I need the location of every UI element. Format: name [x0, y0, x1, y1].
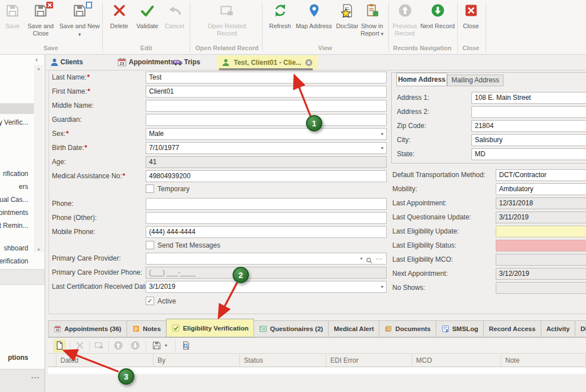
- column-header-edi-error[interactable]: EDI Error: [326, 354, 412, 367]
- column-header-status[interactable]: Status: [240, 354, 326, 367]
- tab-activity[interactable]: Activity: [541, 320, 576, 337]
- tab-appointments[interactable]: Appointments: [129, 58, 174, 66]
- preview-page-icon: [181, 341, 191, 350]
- sex-dropdown[interactable]: Male▾: [146, 128, 387, 140]
- guardian-input[interactable]: [146, 114, 387, 126]
- save-record-button[interactable]: [150, 340, 163, 353]
- delete-button[interactable]: Delete: [105, 3, 133, 30]
- ribbon-group-open-related-record-label: Open Related Record: [190, 45, 264, 51]
- sidebar-selected-item[interactable]: [0, 103, 34, 114]
- move-up-button[interactable]: [112, 340, 125, 353]
- tab-notes[interactable]: Notes: [126, 320, 167, 337]
- sidebar-item[interactable]: idual Cas...: [0, 196, 28, 204]
- tab-home-address[interactable]: Home Address: [396, 73, 447, 86]
- send-text-messages-checkbox[interactable]: [146, 241, 154, 249]
- search-icon[interactable]: [366, 255, 373, 265]
- tab-eligibility-verification[interactable]: Eligibility Verification: [166, 319, 254, 337]
- open-record-button[interactable]: [93, 340, 106, 353]
- next-record-button[interactable]: Next Record: [419, 3, 456, 30]
- mobile-phone-input[interactable]: (444) 444-4444: [146, 226, 387, 238]
- temporary-checkbox[interactable]: [146, 184, 154, 193]
- scroll-down-icon[interactable]: ▼: [34, 248, 43, 252]
- last-name-input[interactable]: Test: [146, 72, 387, 83]
- close-button[interactable]: Close: [458, 3, 483, 30]
- default-transportation-method-input[interactable]: DCT/Contractor: [496, 169, 586, 181]
- birth-date-dropdown[interactable]: 7/10/1977▾: [146, 142, 387, 154]
- tab-trips[interactable]: Trips: [184, 58, 200, 66]
- docstar-button[interactable]: DocStar: [334, 3, 360, 30]
- new-record-button[interactable]: [53, 340, 66, 353]
- save-options-caret-icon[interactable]: ▾: [165, 343, 167, 348]
- sidebar-item[interactable]: ent Remin...: [0, 222, 28, 230]
- tab-questionaires[interactable]: Questionaires (2): [253, 320, 329, 337]
- state-input[interactable]: MD: [471, 148, 586, 160]
- dropdown-caret-icon[interactable]: ▾: [381, 143, 383, 153]
- dropdown-caret-icon[interactable]: ▾: [381, 129, 383, 139]
- save-and-new-button[interactable]: Save and New ▾: [59, 3, 100, 38]
- scroll-up-icon[interactable]: ▲: [34, 67, 43, 71]
- dropdown-caret-icon[interactable]: ▾: [360, 253, 362, 264]
- column-header-mco[interactable]: MCO: [412, 354, 501, 367]
- show-in-report-dropdown-icon[interactable]: ▾: [381, 31, 384, 37]
- state-label: State:: [397, 148, 414, 160]
- save-and-new-dropdown-icon[interactable]: ▾: [78, 32, 81, 37]
- tab-directions[interactable]: Directions: [575, 320, 586, 337]
- save-button[interactable]: Save: [1, 3, 24, 30]
- open-related-record-button[interactable]: Open Related Record: [199, 3, 255, 37]
- column-header-by[interactable]: By: [154, 354, 240, 367]
- tab-mailing-address[interactable]: Mailing Address: [447, 74, 504, 86]
- cancel-button[interactable]: Cancel: [161, 3, 187, 30]
- phone-other-input[interactable]: [146, 212, 387, 224]
- active-checkbox[interactable]: ✓: [146, 297, 154, 305]
- dropdown-caret-icon[interactable]: ▾: [381, 281, 383, 292]
- sidebar-item[interactable]: lity Verific...: [0, 118, 28, 126]
- sidebar-collapse-chevron-icon[interactable]: ‹: [32, 55, 42, 64]
- city-input[interactable]: Salisbury: [471, 134, 586, 146]
- map-address-button-label: Map Address: [295, 23, 333, 30]
- tab-medical-alert[interactable]: Medical Alert: [328, 320, 379, 337]
- save-and-close-button[interactable]: Save and Close: [24, 3, 58, 37]
- down-circle-icon: [130, 341, 140, 350]
- tab-active-client-record-label: Test, Client01 - Clie...: [234, 59, 301, 67]
- validate-button[interactable]: Validate: [132, 3, 163, 30]
- sidebar-item[interactable]: shboard: [0, 244, 28, 252]
- lookup-ellipsis-button[interactable]: …: [375, 253, 383, 262]
- map-address-button[interactable]: Map Address: [295, 3, 333, 30]
- address2-input[interactable]: [471, 106, 586, 118]
- last-certification-received-date-dropdown[interactable]: 3/1/2019▾: [146, 281, 387, 293]
- sidebar-overflow-icon[interactable]: •••: [32, 375, 40, 381]
- delete-x-icon: [76, 341, 84, 350]
- eligibility-toolbar: ▾: [48, 337, 586, 354]
- column-header-dated[interactable]: Dated: [56, 354, 154, 367]
- sidebar-item[interactable]: rification: [0, 170, 28, 178]
- tab-documents[interactable]: Documents: [379, 320, 436, 337]
- tab-close-icon[interactable]: [305, 59, 313, 67]
- primary-care-provider-label: Primary Care Provider:: [52, 253, 121, 264]
- column-header-note[interactable]: Note: [501, 354, 586, 367]
- show-in-report-button[interactable]: Show in Report ▾: [358, 3, 386, 38]
- tab-clients[interactable]: Clients: [60, 58, 83, 66]
- move-down-button[interactable]: [129, 340, 142, 353]
- refresh-button[interactable]: Refresh: [265, 3, 295, 30]
- medical-assistance-no-input[interactable]: 49804939200: [146, 170, 387, 182]
- sidebar-item[interactable]: ers: [0, 183, 28, 191]
- sidebar-scrollbar[interactable]: [34, 65, 43, 252]
- phone-input[interactable]: [146, 198, 387, 210]
- sidebar-options-label[interactable]: ptions: [0, 354, 28, 362]
- tab-smslog[interactable]: SMSLog: [436, 320, 484, 337]
- open-related-record-button-label: Open Related Record: [199, 23, 255, 37]
- middle-name-input[interactable]: [146, 100, 387, 112]
- zip-code-input[interactable]: 21804: [471, 120, 586, 132]
- tab-record-access[interactable]: Record Access: [483, 320, 541, 337]
- sidebar-item[interactable]: Verification: [0, 257, 28, 265]
- tab-appointments-detail[interactable]: Appointments (36): [48, 320, 127, 337]
- previous-record-button[interactable]: Previous Record: [391, 3, 419, 37]
- sidebar-item[interactable]: ointments: [0, 209, 28, 217]
- first-name-input[interactable]: Client01: [146, 86, 387, 98]
- primary-care-provider-lookup[interactable]: ▾ …: [146, 253, 387, 265]
- address1-input[interactable]: 108 E. Main Street: [471, 92, 586, 104]
- preview-button[interactable]: [180, 340, 193, 353]
- primary-care-provider-phone-field[interactable]: (___) ___-____: [146, 267, 387, 279]
- mobility-input[interactable]: Ambulatory: [496, 183, 586, 195]
- delete-record-button[interactable]: [73, 340, 86, 353]
